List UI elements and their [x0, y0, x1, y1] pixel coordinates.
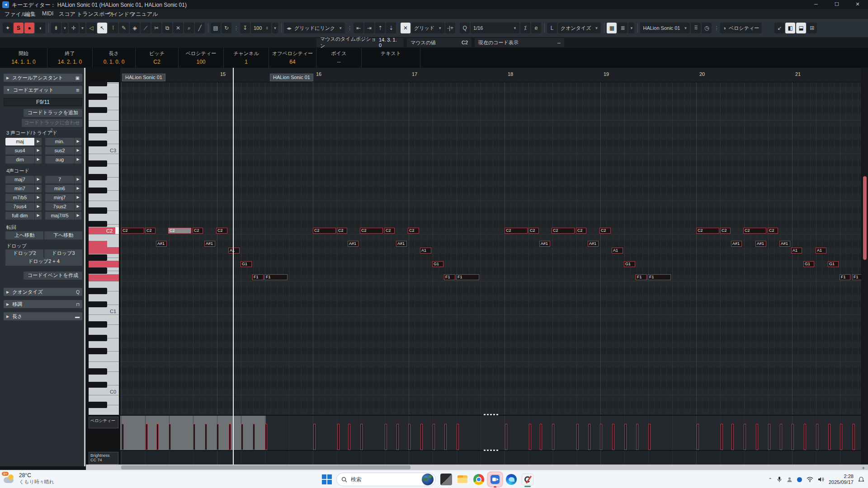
info-column-8[interactable]: ボイス-- — [316, 48, 362, 68]
midi-note-c2[interactable]: C2 — [193, 228, 203, 234]
crosshair-cursor-button[interactable]: ✛ — [69, 23, 79, 33]
file-explorer-icon[interactable] — [457, 474, 468, 485]
mute-tool[interactable]: ✕ — [173, 23, 183, 33]
velocity-bar[interactable] — [588, 424, 590, 450]
menu-4[interactable]: スコア — [59, 10, 75, 18]
cc-brightness-lane[interactable] — [120, 451, 861, 465]
midi-note-f1[interactable]: F1 — [444, 274, 455, 280]
triad-sus2[interactable]: sus2 — [45, 147, 74, 155]
triad-min[interactable]: min. — [45, 138, 74, 145]
trim-tool[interactable]: ⊺ — [108, 23, 118, 33]
midi-note-a1[interactable]: A1 — [420, 248, 431, 253]
midi-note-c2[interactable]: C2 — [743, 228, 766, 234]
nudge-start-right-button[interactable]: ⇥ — [364, 23, 374, 33]
tray-chevron-up-icon[interactable]: ⌃ — [769, 477, 772, 482]
black-key-C#1[interactable] — [89, 301, 107, 308]
velocity-bar[interactable] — [385, 424, 387, 450]
fournote-fulldim[interactable]: full dim — [5, 212, 34, 220]
velocity-bar[interactable] — [697, 424, 699, 450]
midi-note-c2[interactable]: C2 — [408, 228, 419, 234]
taskbar-weather-widget[interactable]: 9+ 28°C くもり時々晴れ — [3, 472, 54, 485]
triad-arrow-icon[interactable]: ▶ — [74, 156, 81, 164]
velocity-bar[interactable] — [265, 424, 267, 450]
taskbar-clock[interactable]: 2:28 2025/09/17 — [829, 474, 854, 485]
midi-note-f1[interactable]: F1 — [456, 274, 479, 280]
independent-track-loop-icon[interactable]: ◷ — [702, 23, 712, 33]
triad-sus4[interactable]: sus4 — [5, 147, 34, 155]
camera-app-icon-active[interactable] — [489, 474, 501, 485]
menu-1[interactable]: ファイル — [5, 10, 27, 18]
velocity-bar[interactable] — [420, 424, 423, 450]
stepper-icon[interactable]: ⇕ — [265, 26, 269, 30]
drop-2-4-button[interactable]: ドロップ2 + 4 — [5, 258, 82, 266]
midi-note-as1[interactable]: A#1 — [156, 241, 167, 247]
velocity-bar[interactable] — [360, 424, 363, 450]
velocity-bar[interactable] — [792, 424, 794, 450]
black-key-A#2[interactable] — [89, 160, 107, 167]
black-key-A#-1[interactable] — [89, 402, 107, 408]
midi-note-a1[interactable]: A1 — [816, 248, 826, 253]
menu-3[interactable]: MIDI — [42, 10, 53, 17]
show-note-expression-button[interactable]: ▦ — [607, 23, 617, 33]
fournote-arrow-icon[interactable]: ▶ — [74, 203, 81, 211]
black-key-C#0[interactable] — [89, 382, 107, 388]
drop-3-button[interactable]: ドロップ3 — [44, 249, 82, 258]
fournote-arrow-icon[interactable]: ▶ — [34, 176, 42, 183]
info-column-9[interactable]: テキスト — [362, 48, 420, 68]
velocity-bar[interactable] — [744, 424, 746, 450]
black-key-C#3[interactable] — [89, 141, 107, 147]
person-icon[interactable] — [787, 477, 793, 483]
info-column-5[interactable]: ベロシティー100 — [179, 48, 224, 68]
velocity-bar[interactable] — [348, 424, 350, 450]
fournote-maj7[interactable]: maj7 — [5, 176, 34, 183]
velocity-bar[interactable] — [731, 424, 734, 450]
velocity-bar[interactable] — [444, 424, 447, 450]
event-colors-combo[interactable]: ◑ベロシティー — [720, 23, 762, 33]
transpose-section-header[interactable]: ▶ 移調 ⊓ — [4, 300, 82, 308]
velocity-bar[interactable] — [205, 424, 207, 450]
info-column-1[interactable]: 開始14. 1. 1. 0 — [0, 48, 47, 68]
velocity-bar[interactable] — [408, 424, 410, 450]
midi-note-f1[interactable]: F1 — [264, 274, 288, 280]
fournote-arrow-icon[interactable]: ▶ — [34, 194, 42, 202]
quantize-panel-icon[interactable]: e — [531, 23, 541, 33]
drum-map-icon[interactable]: ⠿ — [691, 23, 701, 33]
match-chord-track-button[interactable]: コードトラックに合わせる — [22, 119, 82, 127]
info-column-3[interactable]: 長さ0. 1. 0. 0 — [93, 48, 136, 68]
triad-arrow-icon[interactable]: ▶ — [74, 138, 81, 145]
quantize-section-header[interactable]: ▶ クオンタイズ Q — [4, 288, 82, 296]
vertical-scrollbar[interactable] — [862, 68, 868, 465]
velocity-bar[interactable] — [648, 424, 651, 450]
lane-divider-handle[interactable] — [484, 414, 499, 415]
velocity-bar[interactable] — [146, 424, 148, 450]
velocity-bar[interactable] — [529, 424, 531, 450]
black-key-D#2[interactable] — [89, 207, 107, 214]
midi-note-c2[interactable]: C2 — [696, 228, 719, 234]
length-quantize-icon[interactable]: L — [547, 23, 557, 33]
velocity-bar[interactable] — [780, 424, 782, 450]
black-key-F#3[interactable] — [89, 107, 107, 113]
black-key-D#3[interactable] — [89, 127, 107, 133]
midi-note-c2[interactable]: C2 — [599, 228, 611, 234]
highlighted-white-key-F1[interactable] — [89, 274, 119, 281]
velocity-bar[interactable] — [600, 424, 602, 450]
swing-icon[interactable]: ⁒ — [520, 23, 530, 33]
comp-tool[interactable]: ▤ — [211, 23, 221, 33]
autoscroll-options-dropdown[interactable]: ▼ — [62, 23, 68, 33]
midi-note-c2[interactable]: C2 — [768, 228, 778, 234]
velocity-bar[interactable] — [540, 424, 542, 450]
black-key-G#3[interactable] — [89, 94, 107, 100]
fournote-7sus4[interactable]: 7sus4 — [5, 203, 34, 211]
midi-note-c2[interactable]: C2 — [505, 228, 528, 234]
object-selection-tool[interactable]: ↖ — [97, 23, 107, 33]
time-warp-button[interactable]: ↻ — [222, 23, 231, 33]
midi-note-c2[interactable]: C2 — [552, 228, 575, 234]
menu-2[interactable]: 編集 — [25, 10, 36, 18]
midi-note-as1[interactable]: A#1 — [539, 241, 550, 247]
info-column-4[interactable]: ピッチC2 — [136, 48, 179, 68]
fournote-m7b5[interactable]: m7/b5 — [5, 194, 34, 202]
fournote-arrow-icon[interactable]: ▶ — [74, 194, 81, 202]
toolbar-kebab-icon[interactable]: ⋮ — [347, 25, 352, 31]
wifi-icon[interactable] — [807, 477, 813, 482]
acoustic-feedback-button[interactable]: ◖ — [35, 23, 45, 33]
